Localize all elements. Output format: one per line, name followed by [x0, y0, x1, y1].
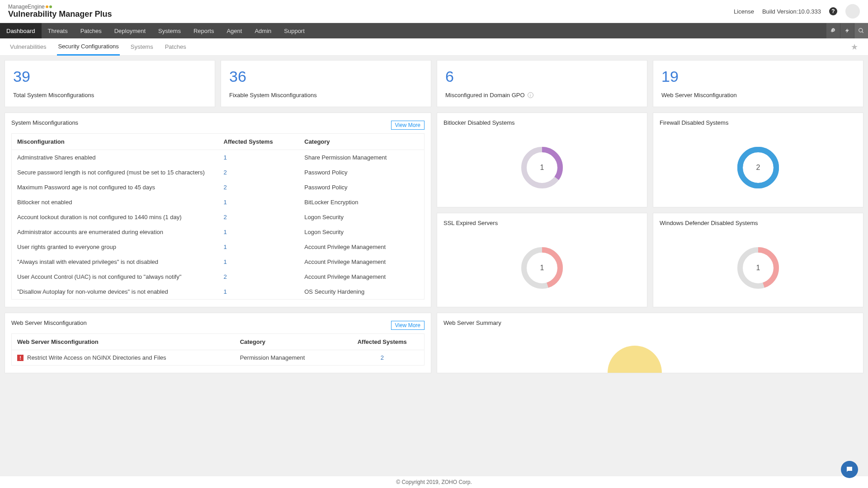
- panels-row-2: Web Server Misconfiguration View More We…: [5, 313, 863, 373]
- panels-row-1: System Misconfigurations View More Misco…: [5, 113, 863, 307]
- brand-block: ManageEngine Vulnerability Manager Plus: [8, 4, 112, 19]
- svg-line-1: [862, 32, 863, 33]
- content-area: 39Total System Misconfigurations36Fixabl…: [0, 56, 868, 378]
- top-bar: ManageEngine Vulnerability Manager Plus …: [0, 0, 868, 23]
- category-cell: BitLocker Encryption: [299, 195, 424, 210]
- donut-chart[interactable]: 1: [736, 245, 781, 291]
- table-row: Maximum Password age is not configured t…: [12, 180, 424, 195]
- kpi-value: 36: [229, 68, 423, 85]
- kpi-card[interactable]: 19Web Server Misconfiguration: [653, 60, 863, 107]
- subnav-systems[interactable]: Systems: [130, 39, 154, 55]
- kpi-value: 19: [661, 68, 855, 85]
- col-header: Affected Systems: [218, 134, 299, 150]
- panel-title: Web Server Summary: [443, 319, 501, 326]
- kpi-card[interactable]: 39Total System Misconfigurations: [5, 60, 215, 107]
- rocket-icon[interactable]: [826, 23, 840, 38]
- chat-icon[interactable]: [841, 461, 858, 478]
- license-link[interactable]: License: [734, 8, 754, 15]
- col-header: Web Server Misconfiguration: [12, 334, 235, 350]
- donut-chart[interactable]: 2: [736, 145, 781, 190]
- build-version: Build Version:10.0.333: [762, 8, 821, 15]
- nav-support[interactable]: Support: [278, 23, 311, 38]
- kpi-card[interactable]: 36Fixable System Misconfigurations: [221, 60, 431, 107]
- help-icon[interactable]: ?: [829, 7, 837, 15]
- info-icon[interactable]: i: [528, 92, 533, 98]
- table-row: !Restrict Write Access on NGINX Director…: [12, 350, 424, 366]
- subnav-security-configurations[interactable]: Security Configurations: [57, 38, 119, 56]
- subnav-patches[interactable]: Patches: [164, 39, 187, 55]
- category-cell: Permission Management: [235, 350, 340, 366]
- category-cell: Password Policy: [299, 165, 424, 180]
- donut-wrap: 1: [443, 231, 641, 301]
- kpi-card[interactable]: 6Misconfigured in Domain GPO i: [437, 60, 647, 107]
- affected-systems-link[interactable]: 1: [218, 239, 299, 254]
- main-nav-right: [826, 23, 868, 38]
- mini-donut-grid: Bitlocker Disabled Systems1Firewall Disa…: [437, 113, 863, 307]
- nav-patches[interactable]: Patches: [74, 23, 108, 38]
- brand-product-light: Plus: [94, 9, 112, 19]
- web-summary-chart-placeholder: [608, 346, 662, 373]
- mini-title: Firewall Disabled Systems: [660, 119, 857, 126]
- col-header: Misconfiguration: [12, 134, 218, 150]
- misconf-name: Maximum Password age is not configured t…: [12, 180, 218, 195]
- topbar-right: License Build Version:10.0.333 ?: [734, 4, 860, 19]
- mini-donut-panel: Windows Defender Disabled Systems1: [653, 213, 863, 308]
- nav-admin[interactable]: Admin: [248, 23, 278, 38]
- brand-dot-icon: [49, 5, 52, 8]
- affected-systems-link[interactable]: 1: [218, 150, 299, 165]
- table-row: User rights granted to everyone group1Ac…: [12, 239, 424, 254]
- nav-dashboard[interactable]: Dashboard: [0, 23, 42, 38]
- nav-threats[interactable]: Threats: [42, 23, 74, 38]
- misconf-name: Adminstrative Shares enabled: [12, 150, 218, 165]
- table-row: "Disallow Autoplay for non-volume device…: [12, 284, 424, 299]
- mini-donut-panel: SSL Expired Servers1: [437, 213, 647, 308]
- kpi-value: 39: [13, 68, 207, 85]
- misconf-name: Bitlocker not enabled: [12, 195, 218, 210]
- brand-product: Vulnerability Manager Plus: [8, 10, 112, 19]
- misconf-name: !Restrict Write Access on NGINX Director…: [12, 350, 235, 366]
- affected-systems-link[interactable]: 2: [218, 165, 299, 180]
- donut-chart[interactable]: 1: [519, 145, 565, 190]
- nav-agent[interactable]: Agent: [220, 23, 248, 38]
- search-icon[interactable]: [854, 23, 868, 38]
- donut-chart[interactable]: 1: [519, 245, 565, 291]
- nav-deployment[interactable]: Deployment: [108, 23, 152, 38]
- main-nav: DashboardThreatsPatchesDeploymentSystems…: [0, 23, 868, 38]
- svg-point-0: [859, 28, 863, 32]
- affected-systems-link[interactable]: 2: [340, 350, 424, 366]
- affected-systems-link[interactable]: 1: [218, 254, 299, 269]
- misconf-name: "Always install with elevated privileges…: [12, 254, 218, 269]
- table-row: Account lockout duration is not configur…: [12, 210, 424, 225]
- affected-systems-link[interactable]: 1: [218, 195, 299, 210]
- nav-systems[interactable]: Systems: [152, 23, 187, 38]
- misconf-name: User rights granted to everyone group: [12, 239, 218, 254]
- subnav-vulnerabilities[interactable]: Vulnerabilities: [9, 39, 47, 55]
- affected-systems-link[interactable]: 1: [218, 225, 299, 239]
- affected-systems-link[interactable]: 2: [218, 180, 299, 195]
- mini-title: Bitlocker Disabled Systems: [443, 119, 641, 126]
- table-row: User Account Control (UAC) is not config…: [12, 269, 424, 284]
- view-more-button[interactable]: View More: [391, 321, 425, 330]
- category-cell: Logon Security: [299, 225, 424, 239]
- user-avatar[interactable]: [845, 4, 860, 19]
- donut-wrap: 1: [443, 131, 641, 201]
- table-row: Administrator accounts are enumerated du…: [12, 225, 424, 239]
- build-value: 10.0.333: [798, 8, 821, 15]
- brand-dot-icon: [46, 5, 48, 8]
- affected-systems-link[interactable]: 2: [218, 210, 299, 225]
- mini-donut-panel: Bitlocker Disabled Systems1: [437, 113, 647, 207]
- bolt-icon[interactable]: [840, 23, 854, 38]
- kpi-label: Total System Misconfigurations: [13, 92, 207, 99]
- misconf-name: Secure password length is not configured…: [12, 165, 218, 180]
- affected-systems-link[interactable]: 1: [218, 284, 299, 299]
- misconf-name: User Account Control (UAC) is not config…: [12, 269, 218, 284]
- system-misconfig-panel: System Misconfigurations View More Misco…: [5, 113, 431, 307]
- donut-value: 1: [519, 245, 565, 291]
- sys-misconf-tablebox: MisconfigurationAffected SystemsCategory…: [11, 133, 425, 300]
- misconf-name: Administrator accounts are enumerated du…: [12, 225, 218, 239]
- col-header: Category: [235, 334, 340, 350]
- favorite-star-icon[interactable]: ★: [851, 42, 858, 52]
- affected-systems-link[interactable]: 2: [218, 269, 299, 284]
- view-more-button[interactable]: View More: [391, 121, 425, 130]
- nav-reports[interactable]: Reports: [187, 23, 221, 38]
